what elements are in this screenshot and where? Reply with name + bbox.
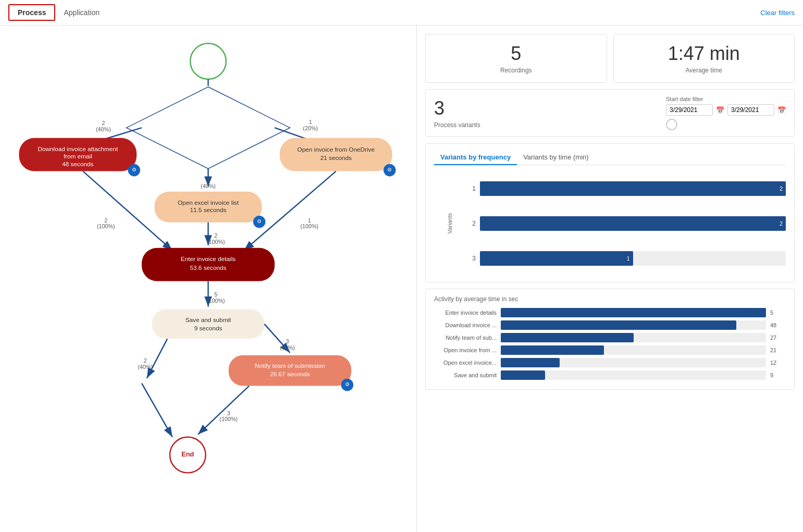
variants-chart-card: Variants by frequency Variants by time (… [425, 143, 795, 282]
activity-bar-track [501, 345, 766, 355]
bar-track: 2 [480, 181, 786, 196]
activity-bar-label: Open excel invoice... [434, 360, 497, 366]
variant-bar-row: 1 2 [465, 181, 786, 196]
activity-bar-row: Notify team of sub... 27 [434, 333, 786, 342]
edge-label-excel-pct: (40%) [201, 183, 216, 189]
activity-bar-track [501, 358, 766, 367]
activity-bar-row: Save and submit 9 [434, 370, 786, 380]
calendar-icon-from[interactable]: 📅 [716, 106, 724, 114]
date-from-input[interactable] [666, 104, 713, 116]
activity-bar-row: Download invoice ... 48 [434, 320, 786, 330]
edge-label-onedrive-count: 1 [309, 119, 312, 125]
date-inputs: 📅 📅 [666, 104, 786, 116]
activity-bar-track [501, 333, 766, 342]
bar-chart-area: 1 2 2 2 3 1 [465, 171, 786, 276]
variants-bar-chart: Variants 1 2 2 2 3 1 [434, 171, 786, 276]
date-filter-toggle[interactable] [666, 119, 677, 130]
date-filter-label: Start date filter [666, 96, 786, 102]
edge-label-onedrive-pct: (20%) [303, 125, 318, 131]
decision-diamond [127, 87, 290, 169]
y-axis-label: Variants [447, 213, 453, 234]
activity-bar-label: Save and submit [434, 372, 497, 378]
activity-bar-value: 48 [770, 322, 786, 328]
enter-invoice-sublabel: 53.6 seconds [190, 264, 226, 271]
activity-bar-value: 27 [770, 335, 786, 341]
edge-label-start-download-pct: (40%) [96, 126, 111, 132]
bar-row-label: 1 [465, 185, 476, 192]
activity-bar-value: 9 [770, 372, 786, 378]
activity-bar-value: 12 [770, 360, 786, 366]
tab-variants-frequency[interactable]: Variants by frequency [434, 150, 517, 165]
edge-label-onedrive-enter-count: 1 [308, 217, 311, 224]
tab-application[interactable]: Application [55, 5, 108, 20]
bar-row-label: 2 [465, 220, 476, 227]
activity-bar-fill [501, 370, 545, 380]
bar-fill: 2 [480, 216, 786, 231]
activity-bars-container: Enter invoice details 5 Download invoice… [434, 308, 786, 380]
date-filter-section: Start date filter 📅 📅 [666, 96, 786, 130]
notify-badge-icon: ⚙ [345, 381, 350, 387]
process-variants-number: 3 [434, 97, 480, 119]
variant-bar-row: 2 2 [465, 216, 786, 231]
download-invoice-label-1: Download invoice attachment [38, 145, 118, 152]
clear-filters-button[interactable]: Clear filters [760, 9, 795, 17]
open-onedrive-sublabel: 21 seconds [320, 154, 352, 161]
activity-bar-fill [501, 320, 736, 330]
activity-bar-row: Open excel invoice... 12 [434, 358, 786, 367]
download-badge-icon: ⚙ [132, 167, 137, 172]
stats-row: 5 Recordings 1:47 min Average time [425, 34, 795, 83]
activity-chart-title: Activity by average time in sec [434, 295, 786, 303]
notify-team-label-1: Notify team of submission [255, 362, 325, 369]
y-axis: Variants [434, 171, 465, 276]
edge-label-onedrive-enter-pct: (100%) [300, 223, 318, 229]
activity-bar-row: Open invoice from ... 21 [434, 345, 786, 355]
download-invoice-label-2: from email [64, 153, 92, 159]
open-excel-label-1: Open excel invoice list [178, 199, 239, 206]
edge-label-notify-end-count: 3 [227, 410, 230, 416]
edge-label-save-notify-count: 3 [286, 338, 289, 344]
filter-card: 3 Process variants Start date filter 📅 📅 [425, 89, 795, 137]
variant-bar-row: 3 1 [465, 251, 786, 266]
activity-bar-value: 21 [770, 347, 786, 353]
activity-bar-track [501, 320, 766, 330]
activity-bar-fill [501, 345, 604, 355]
activity-bar-track [501, 370, 766, 380]
activity-bar-label: Notify team of sub... [434, 335, 497, 341]
save-submit-label-1: Save and submit [186, 316, 231, 323]
tab-variants-time[interactable]: Variants by time (min) [517, 150, 595, 165]
activity-bar-label: Enter invoice details [434, 310, 497, 316]
open-onedrive-label-1: Open invoice from OneDrive [298, 146, 375, 153]
main-layout: Start 2 (40%) Download invoice attachmen… [0, 26, 803, 532]
average-time-label: Average time [624, 67, 784, 74]
activity-bar-label: Open invoice from ... [434, 347, 497, 353]
edge-label-enter-save-count: 5 [214, 291, 217, 298]
date-to-input[interactable] [727, 104, 774, 116]
calendar-icon-to[interactable]: 📅 [777, 106, 786, 114]
edge-label-excel-count: 2 [206, 176, 209, 182]
variants-tabs: Variants by frequency Variants by time (… [434, 150, 786, 165]
download-invoice-sublabel: 48 seconds [62, 160, 93, 167]
start-label: Start [201, 57, 215, 64]
activity-bar-fill [501, 358, 560, 367]
activity-bar-value: 5 [770, 310, 786, 316]
process-variants-label: Process variants [434, 121, 480, 129]
excel-badge-icon: ⚙ [257, 218, 262, 224]
bar-value: 2 [780, 220, 786, 227]
arrow-notify-to-end [198, 386, 249, 435]
recordings-number: 5 [436, 43, 596, 65]
bar-value: 2 [780, 185, 786, 192]
edge-label-download-enter-count: 2 [104, 217, 107, 224]
activity-bar-row: Enter invoice details 5 [434, 308, 786, 317]
right-panel: 5 Recordings 1:47 min Average time 3 Pro… [417, 26, 803, 532]
edge-label-excel-enter-count: 2 [214, 232, 217, 239]
flow-diagram-panel: Start 2 (40%) Download invoice attachmen… [0, 26, 417, 532]
enter-invoice-label-1: Enter invoice details [181, 255, 236, 262]
edge-label-start-download-count: 2 [102, 120, 105, 126]
edge-label-save-end-pct: (40%) [138, 364, 153, 370]
bar-row-label: 3 [465, 255, 476, 262]
bar-track: 2 [480, 216, 786, 231]
activity-chart-card: Activity by average time in sec Enter in… [425, 289, 795, 390]
activity-bar-label: Download invoice ... [434, 322, 497, 328]
tab-process[interactable]: Process [8, 4, 55, 21]
bar-value: 1 [626, 255, 633, 262]
